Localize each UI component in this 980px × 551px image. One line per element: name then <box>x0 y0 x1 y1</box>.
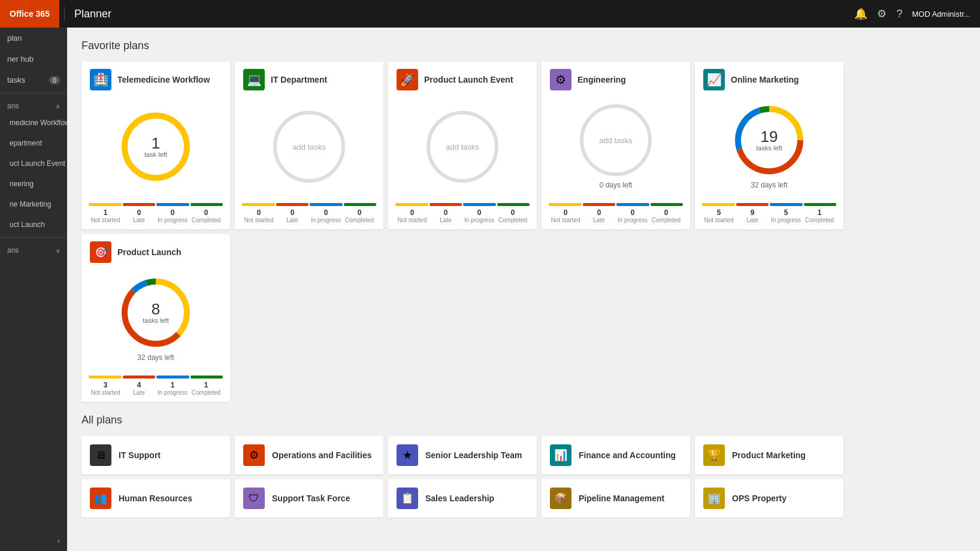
plans-label: ans <box>7 102 19 110</box>
all-plan-icon: 📋 <box>397 488 418 509</box>
plan-chart: add tasks 0 days left <box>542 95 690 198</box>
sidebar-item-tasks-label: tasks <box>7 75 49 84</box>
all-plan-card-senior-leadership[interactable]: ★ Senior Leadership Team <box>388 436 537 474</box>
plan-icon-char: 📈 <box>707 72 722 87</box>
stat-bar <box>429 203 462 206</box>
bell-icon[interactable]: 🔔 <box>854 7 867 20</box>
plan-card-header: 🏥 Telemedicine Workflow <box>81 62 230 95</box>
sidebar-collapse-button[interactable]: ‹ <box>0 530 67 551</box>
stat-value: 1 <box>89 208 122 217</box>
user-name[interactable]: MOD Administr... <box>912 10 970 19</box>
stat-value: 0 <box>242 208 276 217</box>
sidebar-item-telemedicine[interactable]: medicine Workflow <box>0 113 67 133</box>
sidebar-item-hub[interactable]: ner hub <box>0 49 67 69</box>
tasks-label: task left <box>144 151 167 158</box>
days-left: 32 days left <box>751 181 787 189</box>
all-plan-icon: 🏆 <box>703 444 725 466</box>
stats-bars <box>89 376 223 379</box>
all-plan-icon-char: 📦 <box>554 492 567 505</box>
stat-bar <box>156 203 189 206</box>
sidebar-item-product-launch-event-label: uct Launch Event <box>10 159 65 168</box>
all-plan-icon-char: 🖥 <box>95 449 106 462</box>
plan-card-engineering[interactable]: ⚙ Engineering add tasks 0 days left 0 No… <box>542 62 690 229</box>
stat-item: 0 Not started <box>242 208 276 223</box>
stat-item: 4 Late <box>122 381 156 396</box>
stat-item: 0 In progress <box>309 208 343 223</box>
plan-stats: 5 Not started 9 Late 5 In progress 1 Com… <box>695 198 843 229</box>
all-plan-card-human-resources[interactable]: 👥 Human Resources <box>81 479 230 517</box>
favorite-plans-title: Favorite plans <box>81 40 966 52</box>
all-plan-card-it-support[interactable]: 🖥 IT Support <box>81 436 230 474</box>
plan-chart: add tasks <box>235 95 383 198</box>
add-tasks-circle[interactable]: add tasks <box>580 104 652 176</box>
stat-value: 1 <box>803 208 836 217</box>
help-icon[interactable]: ? <box>896 8 902 20</box>
sidebar-item-engineering[interactable]: neering <box>0 174 67 194</box>
all-plan-icon-char: ⚙ <box>249 449 259 462</box>
tasks-badge: 0 <box>49 76 60 84</box>
stat-value: 5 <box>702 208 736 217</box>
add-tasks-circle[interactable]: add tasks <box>427 111 498 183</box>
plan-icon: 🏥 <box>90 69 111 90</box>
gear-icon[interactable]: ⚙ <box>877 7 887 20</box>
stat-item: 0 In progress <box>616 208 649 223</box>
plan-card-telemedicine[interactable]: 🏥 Telemedicine Workflow 1 task left 1 No… <box>81 62 230 229</box>
plan-card-product-launch[interactable]: 🎯 Product Launch 8 tasks left 32 days le… <box>81 234 230 402</box>
stat-value: 0 <box>309 208 343 217</box>
all-plan-card-product-marketing[interactable]: 🏆 Product Marketing <box>695 436 843 474</box>
sidebar-item-product-launch-event[interactable]: uct Launch Event <box>0 153 67 174</box>
stat-label: Completed <box>803 217 836 223</box>
donut-label: 1 task left <box>144 135 167 158</box>
stat-value: 0 <box>343 208 376 217</box>
all-plan-card-finance-accounting[interactable]: 📊 Finance and Accounting <box>542 436 690 474</box>
add-tasks-label: add tasks <box>599 136 633 145</box>
tasks-count: 8 <box>143 301 168 317</box>
stat-bar <box>344 203 377 206</box>
tasks-label: tasks left <box>756 144 782 152</box>
all-plan-card-operations-facilities[interactable]: ⚙ Operations and Facilities <box>235 436 383 474</box>
stat-item: 3 Not started <box>89 381 122 396</box>
plan-stats: 0 Not started 0 Late 0 In progress 0 Com… <box>235 198 383 229</box>
all-plan-title: Sales Leadership <box>425 494 494 503</box>
sidebar-item-plan-label: plan <box>7 34 22 43</box>
stat-label: In progress <box>616 217 649 223</box>
plan-card-product-launch-event[interactable]: 🚀 Product Launch Event add tasks 0 Not s… <box>388 62 537 229</box>
stat-bar <box>123 203 156 206</box>
all-plan-card-ops-property[interactable]: 🏢 OPS Property <box>695 479 843 517</box>
sidebar-item-online-marketing[interactable]: ne Marketing <box>0 194 67 214</box>
sidebar-item-plan[interactable]: plan <box>0 28 67 49</box>
plan-chart: 19 tasks left 32 days left <box>695 95 843 198</box>
sidebar-item-product-launch[interactable]: uct Launch <box>0 214 67 235</box>
donut-label: 19 tasks left <box>756 129 782 152</box>
stat-label: Not started <box>242 217 276 223</box>
plan-icon: 🚀 <box>397 69 418 90</box>
all-plan-icon: ★ <box>397 444 418 466</box>
days-left: 0 days left <box>600 181 633 189</box>
days-left: 32 days left <box>137 353 174 362</box>
favorite-plans-grid: 🏥 Telemedicine Workflow 1 task left 1 No… <box>81 62 966 402</box>
stat-bar <box>804 203 837 206</box>
plan-card-online-marketing[interactable]: 📈 Online Marketing 19 tasks left 32 days… <box>695 62 843 229</box>
stats-bars <box>89 203 223 206</box>
all-plan-title: IT Support <box>119 450 161 460</box>
stats-labels: 1 Not started 0 Late 0 In progress 0 Com… <box>89 208 223 223</box>
all-plan-card-support-task-force[interactable]: 🛡 Support Task Force <box>235 479 383 517</box>
add-tasks-circle[interactable]: add tasks <box>273 111 345 183</box>
sidebar-item-it-dept[interactable]: epartment <box>0 133 67 153</box>
all-plans-title: All plans <box>81 414 966 426</box>
office365-logo[interactable]: Office 365 <box>0 0 59 28</box>
collapse-icon: ‹ <box>58 536 60 545</box>
plan-icon-char: 🏥 <box>93 72 108 87</box>
all-plan-icon: 🏢 <box>703 488 725 509</box>
plans-section-header[interactable]: ans ∧ <box>0 96 67 113</box>
plan-stats: 0 Not started 0 Late 0 In progress 0 Com… <box>388 198 537 229</box>
sidebar-item-tasks[interactable]: tasks 0 <box>0 69 67 90</box>
more-plans-section[interactable]: ans ∨ <box>0 240 67 257</box>
all-plan-card-sales-leadership[interactable]: 📋 Sales Leadership <box>388 479 537 517</box>
sidebar-item-online-marketing-label: ne Marketing <box>10 200 51 208</box>
stats-labels: 0 Not started 0 Late 0 In progress 0 Com… <box>549 208 683 223</box>
all-plan-card-pipeline-management[interactable]: 📦 Pipeline Management <box>542 479 690 517</box>
stat-item: 0 Completed <box>343 208 376 223</box>
all-plan-icon-char: 📊 <box>554 449 567 462</box>
plan-card-it-department[interactable]: 💻 IT Department add tasks 0 Not started … <box>235 62 383 229</box>
